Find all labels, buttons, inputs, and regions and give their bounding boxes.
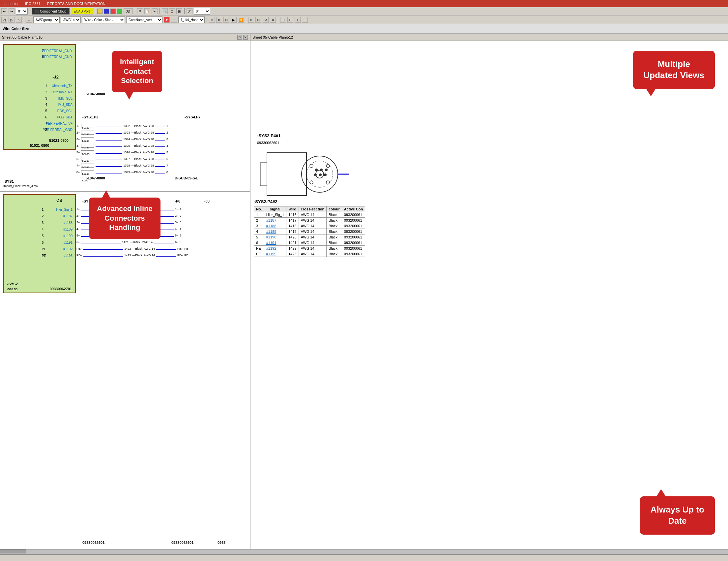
table-cell: Black: [327, 246, 342, 251]
dsub-label: D-SUB-09-S-L: [175, 176, 198, 180]
grid-icon[interactable]: ⊞: [176, 8, 182, 14]
sep1: [30, 8, 30, 14]
toolbar-row1: ↩ ↪ 0° ⬛ Component Cloud ECAD Port 3D ⧉ …: [0, 7, 728, 16]
wire-color-size-label: Wire Color Size: [3, 27, 29, 31]
color-swatch-blue[interactable]: [104, 9, 109, 14]
tool1[interactable]: ⊕: [209, 17, 215, 23]
col-active-con: Active Con: [342, 206, 365, 212]
bottom-part-left: 09330062601: [82, 541, 104, 545]
table-row: 6#11911421AWG 14Black093200061: [254, 240, 365, 246]
hose-select[interactable]: 1_1/4_Hose: [178, 16, 205, 23]
callout-views-arrow: [646, 89, 655, 96]
tool2[interactable]: ⊗: [216, 17, 222, 23]
tab-ipc[interactable]: IPC-2581: [25, 2, 40, 6]
svg-point-13: [324, 173, 327, 176]
align2-icon[interactable]: ⊢: [287, 17, 293, 23]
wire-color-size-select[interactable]: Wire - Color - Size -: [82, 16, 125, 23]
sep8: [246, 17, 246, 23]
table-row: 4#11891419AWG 14Black093200061: [254, 229, 365, 234]
svg-point-8: [315, 168, 318, 171]
table-cell: AWG 14: [299, 212, 327, 218]
scroll-thumb[interactable]: [0, 549, 26, 553]
svg-point-11: [314, 173, 317, 176]
zoom3-icon[interactable]: ⊖: [255, 17, 261, 23]
table-header-row: No. signal wire cross-section colour Act…: [254, 206, 365, 212]
svg-point-5: [326, 164, 330, 167]
degree-select2[interactable]: 0°: [194, 8, 210, 15]
color-swatch-red[interactable]: [110, 9, 116, 14]
filter-icon[interactable]: ▼: [164, 17, 170, 23]
cut-icon[interactable]: ✂: [152, 8, 158, 14]
zoom2-icon[interactable]: ⊕: [248, 17, 254, 23]
close-btn[interactable]: ✕: [243, 35, 248, 40]
j4-signals: Hier_Sig_1 #1187 #1188 #1189 #1190 #1191…: [56, 206, 73, 259]
color-swatch-yellow[interactable]: [97, 9, 102, 14]
main-area: Sheet 05-Cable Plan\510 □ ✕ PERIFERRAL_G…: [0, 34, 728, 554]
maximize-btn[interactable]: □: [237, 35, 242, 40]
table-body: 1Hier_Sig_11416AWG 14Black0932000612#118…: [254, 212, 365, 257]
align1-icon[interactable]: ⊣: [280, 17, 286, 23]
table-cell: 6: [254, 240, 264, 246]
sep2: [95, 8, 95, 14]
upper-wires: 1⌐ 50133-8000 1392—BlackAWG 28 1 2⌐ 5013…: [76, 123, 168, 175]
sys2-p4-1-label: -SYS2.P4#1: [257, 133, 349, 138]
mirror-icon[interactable]: ⇔: [270, 17, 276, 23]
col-no: No.: [254, 206, 264, 212]
rotate-icon[interactable]: ↺: [263, 17, 269, 23]
table-cell: AWG 14: [299, 223, 327, 229]
callout-multiple-views: Multiple Updated Views: [633, 51, 715, 89]
bottom-scrollbar[interactable]: [0, 549, 728, 554]
bottom-part-far: 0933: [218, 541, 225, 545]
table-cell: 093200061: [342, 246, 365, 251]
j2-pins: 12345678: [45, 83, 47, 133]
tab-reports[interactable]: REPORTS AND DOCUMENTATION: [47, 2, 105, 6]
callout-always-up-to-date: Always Up to Date: [640, 496, 715, 535]
angle-icon[interactable]: 0°: [187, 8, 192, 14]
copy-icon[interactable]: ⧉: [137, 8, 143, 14]
corename-select[interactable]: CoreName_vert: [126, 16, 162, 23]
degree-select[interactable]: 0°: [16, 8, 28, 15]
nav-icon2[interactable]: ▷: [9, 17, 15, 23]
table-row: 2#11871417AWG 14Black093200061: [254, 218, 365, 223]
play-icon[interactable]: ▶: [231, 17, 237, 23]
back-icon[interactable]: ←: [26, 17, 32, 23]
step-icon[interactable]: ⏩: [238, 17, 244, 23]
nav-icon[interactable]: ◁: [1, 17, 7, 23]
tool3[interactable]: ⊘: [223, 17, 229, 23]
bottom-center-part-top: 51047-0800: [86, 176, 105, 180]
right-panel: Sheet 05-Cable Plan\512 Multiple Updated…: [250, 34, 728, 554]
table-cell: Black: [327, 223, 342, 229]
3d-icon[interactable]: 3D: [124, 8, 133, 14]
left-cad-canvas: PERIFERRAL_GND PERIFERRAL_GND 7 8 51021-…: [0, 41, 250, 554]
sep5: [184, 8, 185, 14]
top-left-connector-block: PERIFERRAL_GND PERIFERRAL_GND 7 8 51021-…: [3, 44, 76, 150]
table-cell: AWG 14: [299, 246, 327, 251]
right-cad-canvas: Multiple Updated Views -SYS2.P4#1 093300…: [250, 41, 728, 554]
table-row: 3#11881418AWG 14Black093200061: [254, 223, 365, 229]
awg-group-select[interactable]: AWGgroup: [33, 16, 60, 23]
redo-icon[interactable]: ↪: [9, 8, 15, 14]
ecad-port-button[interactable]: ECAD Port: [71, 8, 93, 15]
sys1-p2-label: -SYS1.P2: [82, 115, 98, 119]
plus-icon[interactable]: +: [295, 17, 301, 23]
zoom-icon[interactable]: 🔍: [162, 8, 168, 14]
component-cloud-button[interactable]: ⬛ Component Cloud: [32, 8, 70, 15]
arrow-icon[interactable]: ↑: [171, 17, 177, 23]
awg14-select[interactable]: AWG14: [61, 16, 81, 23]
j8-label: -J8: [204, 199, 210, 203]
undo-icon[interactable]: ↩: [1, 8, 7, 14]
fit-icon[interactable]: ⊡: [169, 8, 175, 14]
color-swatch-green[interactable]: [117, 9, 122, 14]
col-cross-section: cross-section: [299, 206, 327, 212]
table-cell: 093200061: [342, 218, 365, 223]
paste-icon[interactable]: 📋: [144, 8, 150, 14]
table-cell: AWG 14: [299, 229, 327, 234]
table-cell: #1192: [264, 246, 286, 251]
right-panel-titlebar: Sheet 05-Cable Plan\512: [250, 34, 728, 41]
home-icon[interactable]: ⌂: [16, 17, 22, 23]
minus-icon[interactable]: −: [302, 17, 308, 23]
bottom-part-right: 09330062601: [171, 541, 193, 545]
svg-point-4: [310, 164, 313, 167]
table-cell: 1418: [286, 223, 299, 229]
svg-point-6: [310, 181, 313, 184]
